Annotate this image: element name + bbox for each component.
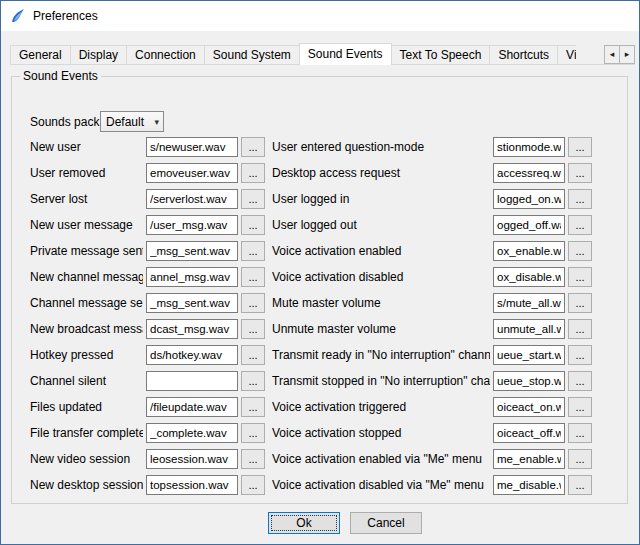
event-label: Voice activation disabled <box>272 270 490 284</box>
event-label: Voice activation stopped <box>272 426 490 440</box>
browse-button[interactable]: ... <box>241 241 265 261</box>
sound-file-input[interactable] <box>146 137 238 157</box>
sound-event-row: Server lost ... <box>30 189 265 209</box>
sound-file-input[interactable] <box>146 163 238 183</box>
browse-button[interactable]: ... <box>568 189 592 209</box>
browse-button[interactable]: ... <box>568 345 592 365</box>
tab-scrollers: ◂ ▸ <box>604 45 635 64</box>
sound-file-input[interactable] <box>493 319 565 339</box>
sound-event-row: New broadcast message ... <box>30 319 265 339</box>
browse-button[interactable]: ... <box>568 319 592 339</box>
browse-button[interactable]: ... <box>241 397 265 417</box>
sound-file-input[interactable] <box>146 189 238 209</box>
ok-button[interactable]: Ok <box>268 512 340 534</box>
browse-button[interactable]: ... <box>241 163 265 183</box>
sound-event-row: User logged out ... <box>272 215 592 235</box>
tab-video[interactable]: Video <box>557 45 576 65</box>
event-label: User logged in <box>272 192 490 206</box>
browse-button[interactable]: ... <box>241 267 265 287</box>
event-label: Files updated <box>30 400 143 414</box>
browse-button[interactable]: ... <box>568 475 592 495</box>
event-label: Voice activation enabled <box>272 244 490 258</box>
sound-event-row: Hotkey pressed ... <box>30 345 265 365</box>
event-label: Transmit stopped in "No interruption" ch… <box>272 374 490 388</box>
sound-file-input[interactable] <box>146 397 238 417</box>
tab-sound-system[interactable]: Sound System <box>204 45 300 65</box>
event-label: Private message sent <box>30 244 143 258</box>
sound-file-input[interactable] <box>493 137 565 157</box>
browse-button[interactable]: ... <box>241 215 265 235</box>
browse-button[interactable]: ... <box>568 293 592 313</box>
sound-event-row: Voice activation triggered ... <box>272 397 592 417</box>
sound-file-input[interactable] <box>493 163 565 183</box>
event-label: New video session <box>30 452 143 466</box>
sound-file-input[interactable] <box>146 267 238 287</box>
sound-event-row: Voice activation stopped ... <box>272 423 592 443</box>
sound-event-row: Desktop access request ... <box>272 163 592 183</box>
browse-button[interactable]: ... <box>241 475 265 495</box>
sounds-pack-select[interactable]: Default ▾ <box>100 111 164 132</box>
tab-text-to-speech[interactable]: Text To Speech <box>391 45 491 65</box>
sound-file-input[interactable] <box>146 371 238 391</box>
sound-file-input[interactable] <box>493 423 565 443</box>
sound-file-input[interactable] <box>493 397 565 417</box>
browse-button[interactable]: ... <box>568 137 592 157</box>
tab-display[interactable]: Display <box>70 45 127 65</box>
event-label: Transmit ready in "No interruption" chan… <box>272 348 490 362</box>
sound-file-input[interactable] <box>146 241 238 261</box>
browse-button[interactable]: ... <box>568 267 592 287</box>
tab-general[interactable]: General <box>10 45 71 65</box>
sound-event-row: Unmute master volume ... <box>272 319 592 339</box>
browse-button[interactable]: ... <box>241 371 265 391</box>
cancel-button[interactable]: Cancel <box>350 512 422 534</box>
tab-scroll-left-button[interactable]: ◂ <box>604 45 620 64</box>
sound-file-input[interactable] <box>146 293 238 313</box>
sound-file-input[interactable] <box>146 449 238 469</box>
browse-button[interactable]: ... <box>568 449 592 469</box>
sound-event-row: Voice activation disabled via "Me" menu … <box>272 475 592 495</box>
browse-button[interactable]: ... <box>568 397 592 417</box>
sound-file-input[interactable] <box>493 475 565 495</box>
browse-button[interactable]: ... <box>241 423 265 443</box>
browse-button[interactable]: ... <box>568 241 592 261</box>
sound-file-input[interactable] <box>146 215 238 235</box>
sound-file-input[interactable] <box>493 215 565 235</box>
sound-event-row: Channel message sent ... <box>30 293 265 313</box>
sound-file-input[interactable] <box>493 189 565 209</box>
event-label: Channel silent <box>30 374 143 388</box>
browse-button[interactable]: ... <box>241 449 265 469</box>
tab-scroll-right-button[interactable]: ▸ <box>619 45 635 64</box>
event-label: Server lost <box>30 192 143 206</box>
app-icon <box>10 8 26 24</box>
sound-file-input[interactable] <box>493 293 565 313</box>
sound-event-row: User entered question-mode ... <box>272 137 592 157</box>
sound-events-group: Sound Events Sounds pack Default ▾ New u… <box>11 69 628 504</box>
browse-button[interactable]: ... <box>241 137 265 157</box>
sound-file-input[interactable] <box>493 371 565 391</box>
sound-event-row: New desktop session ... <box>30 475 265 495</box>
sound-file-input[interactable] <box>493 345 565 365</box>
browse-button[interactable]: ... <box>568 371 592 391</box>
tab-sound-events[interactable]: Sound Events <box>299 43 392 65</box>
sound-file-input[interactable] <box>493 241 565 261</box>
browse-button[interactable]: ... <box>241 293 265 313</box>
browse-button[interactable]: ... <box>241 319 265 339</box>
sound-file-input[interactable] <box>146 319 238 339</box>
browse-button[interactable]: ... <box>568 215 592 235</box>
sound-file-input[interactable] <box>493 449 565 469</box>
sound-file-input[interactable] <box>146 423 238 443</box>
sound-event-row: Private message sent ... <box>30 241 265 261</box>
tab-bar: GeneralDisplayConnectionSound SystemSoun… <box>10 43 635 65</box>
browse-button[interactable]: ... <box>568 423 592 443</box>
sound-file-input[interactable] <box>146 475 238 495</box>
sound-file-input[interactable] <box>146 345 238 365</box>
browse-button[interactable]: ... <box>568 163 592 183</box>
tab-connection[interactable]: Connection <box>126 45 205 65</box>
event-label: New user message <box>30 218 143 232</box>
browse-button[interactable]: ... <box>241 189 265 209</box>
sound-file-input[interactable] <box>493 267 565 287</box>
tab-shortcuts[interactable]: Shortcuts <box>489 45 558 65</box>
browse-button[interactable]: ... <box>241 345 265 365</box>
event-label: Channel message sent <box>30 296 143 310</box>
window-title: Preferences <box>33 9 98 23</box>
